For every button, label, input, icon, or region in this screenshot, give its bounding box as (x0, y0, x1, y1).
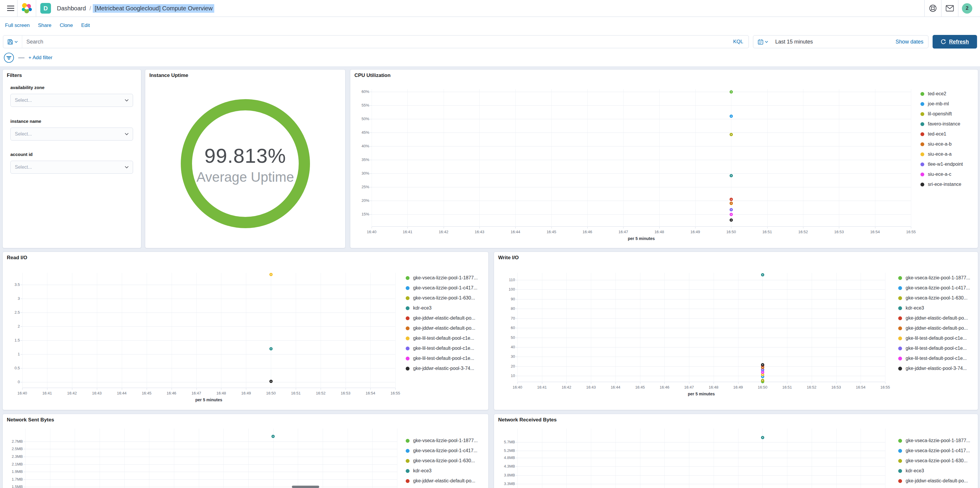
clone-link[interactable]: Clone (60, 22, 73, 29)
legend-label: gke-jddwr-elastic-default-po... (413, 478, 475, 483)
legend-item[interactable]: siu-ece-a-c (920, 169, 963, 179)
legend-item[interactable]: gke-vseca-lizzie-pool-1-1877... (898, 436, 970, 446)
legend-item[interactable]: gke-jddwr-elastic-default-po... (898, 486, 970, 488)
data-point-center (731, 175, 732, 176)
legend-item[interactable]: ted-ece1 (920, 129, 963, 139)
data-point[interactable] (272, 435, 275, 438)
deployment-badge[interactable]: D (40, 3, 51, 14)
gridline-vertical (861, 428, 861, 488)
legend-item[interactable]: kdr-ece3 (898, 466, 970, 476)
y-tick-mark (370, 133, 372, 133)
legend-item[interactable]: gke-vseca-lizzie-pool-1-1877... (406, 273, 478, 283)
data-point-center (762, 364, 763, 365)
legend-item[interactable]: gke-lil-test-default-pool-c1e... (406, 343, 478, 353)
legend-item[interactable]: gke-lil-test-default-pool-c1e... (898, 333, 970, 343)
data-point[interactable] (269, 380, 273, 383)
legend-item[interactable]: gke-jddwr-elastic-pool-3-74... (898, 363, 970, 374)
legend-item[interactable]: gke-vseca-lizzie-pool-1-1877... (898, 273, 970, 283)
x-tick-mark (861, 382, 861, 384)
legend-item[interactable]: gke-vseca-lizzie-pool-1-c417... (406, 446, 478, 456)
legend-item[interactable]: favero-instance (920, 119, 963, 129)
legend-item[interactable]: gke-vseca-lizzie-pool-1-1877... (406, 436, 478, 446)
help-button[interactable] (924, 0, 941, 17)
user-avatar[interactable]: 2 (962, 3, 972, 14)
legend-item[interactable]: gke-lil-test-default-pool-c1e... (406, 333, 478, 343)
legend-item[interactable]: tlee-w1-endpoint (920, 159, 963, 169)
filter-menu-icon[interactable] (3, 52, 14, 63)
refresh-button[interactable]: Refresh (932, 35, 977, 49)
menu-button[interactable] (4, 0, 17, 17)
legend-item[interactable]: siu-ece-a-b (920, 139, 963, 149)
legend-label: ted-ece1 (928, 132, 946, 137)
x-tick-mark (372, 227, 372, 228)
legend-item[interactable]: kdr-ece3 (406, 466, 478, 476)
data-point[interactable] (730, 208, 733, 211)
show-dates-link[interactable]: Show dates (896, 39, 928, 45)
account-id-select[interactable]: Select... (10, 161, 133, 174)
legend-item[interactable]: gke-jddwr-elastic-default-po... (406, 323, 478, 333)
availability-zone-select[interactable]: Select... (10, 94, 133, 107)
y-axis-tick-label: 5.7MB (498, 440, 515, 444)
data-point[interactable] (761, 363, 764, 366)
legend-item[interactable]: gke-lil-test-default-pool-c1e... (898, 353, 970, 363)
elastic-logo[interactable] (18, 0, 36, 17)
data-point[interactable] (730, 114, 733, 118)
y-tick-mark (370, 201, 372, 201)
legend-item[interactable]: kdr-ece3 (406, 303, 478, 313)
data-point[interactable] (730, 90, 733, 93)
gridline-vertical (861, 273, 861, 382)
legend-item[interactable]: gke-vseca-lizzie-pool-1-630... (898, 293, 970, 303)
time-range-value[interactable]: Last 15 minutes (775, 39, 813, 45)
legend-dot-icon (406, 347, 410, 350)
full-screen-link[interactable]: Full screen (5, 22, 30, 29)
y-axis-tick-label: 20 (498, 364, 515, 368)
data-point[interactable] (269, 347, 273, 350)
saved-query-button[interactable] (3, 35, 22, 48)
legend-item[interactable]: gke-jddwr-elastic-default-po... (898, 323, 970, 333)
share-link[interactable]: Share (38, 22, 51, 29)
add-filter-link[interactable]: + Add filter (29, 55, 52, 61)
mail-button[interactable] (942, 0, 958, 17)
legend-item[interactable]: gke-jddwr-elastic-default-po... (406, 486, 478, 488)
legend-dot-icon (898, 479, 902, 483)
gridline-vertical (296, 273, 296, 388)
legend-item[interactable]: gke-lil-test-default-pool-c1e... (898, 343, 970, 353)
legend-item[interactable]: gke-vseca-lizzie-pool-1-630... (898, 456, 970, 466)
data-point[interactable] (730, 174, 733, 177)
data-point[interactable] (730, 198, 733, 201)
date-quick-select-button[interactable] (753, 35, 772, 48)
data-point[interactable] (761, 436, 764, 439)
data-point[interactable] (269, 273, 273, 276)
instance-name-select[interactable]: Select... (10, 128, 133, 141)
legend-item[interactable]: gke-jddwr-elastic-default-po... (898, 476, 970, 486)
gridline-vertical (659, 89, 660, 227)
query-language-button[interactable]: KQL (728, 39, 749, 45)
data-point[interactable] (730, 201, 733, 205)
legend-item[interactable]: gke-vseca-lizzie-pool-1-630... (406, 456, 478, 466)
gridline-horizontal (517, 356, 885, 357)
edit-link[interactable]: Edit (81, 22, 90, 29)
legend-item[interactable]: sri-ece-instance (920, 179, 963, 189)
legend-item[interactable]: lil-openshift (920, 109, 963, 119)
data-point[interactable] (730, 133, 733, 136)
legend-item[interactable]: gke-lil-test-default-pool-c1e... (406, 353, 478, 363)
gridline-vertical (836, 428, 837, 488)
search-input[interactable] (22, 39, 728, 45)
legend-item[interactable]: siu-ece-a-a (920, 149, 963, 159)
legend-item[interactable]: gke-jddwr-elastic-default-po... (898, 313, 970, 323)
legend-item[interactable]: gke-vseca-lizzie-pool-1-c417... (898, 283, 970, 293)
horizontal-scrollbar-thumb[interactable] (292, 486, 319, 488)
legend-item[interactable]: gke-jddwr-elastic-pool-3-74... (406, 363, 478, 374)
legend-item[interactable]: gke-vseca-lizzie-pool-1-c417... (898, 446, 970, 456)
legend-item[interactable]: kdr-ece3 (898, 303, 970, 313)
legend-item[interactable]: ted-ece2 (920, 89, 963, 99)
legend-item[interactable]: gke-vseca-lizzie-pool-1-630... (406, 293, 478, 303)
legend-item[interactable]: gke-jddwr-elastic-default-po... (406, 476, 478, 486)
y-axis-tick-label: 1 (3, 352, 20, 356)
legend-item[interactable]: joe-mb-ml (920, 99, 963, 109)
data-point[interactable] (730, 213, 733, 216)
legend-item[interactable]: gke-vseca-lizzie-pool-1-c417... (406, 283, 478, 293)
data-point[interactable] (730, 219, 733, 222)
breadcrumb[interactable]: Dashboard (57, 5, 86, 12)
legend-item[interactable]: gke-jddwr-elastic-default-po... (406, 313, 478, 323)
